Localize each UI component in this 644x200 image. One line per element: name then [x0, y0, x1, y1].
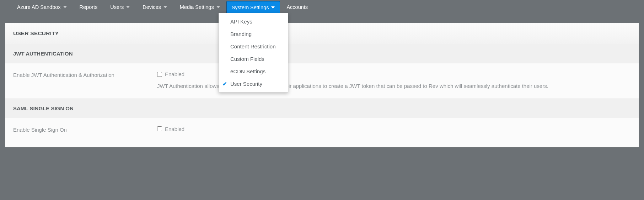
- nav-label: Azure AD Sandbox: [17, 4, 61, 10]
- caret-down-icon: [63, 6, 67, 8]
- dropdown-item-label: User Security: [230, 81, 262, 87]
- dropdown-item-ecdn-settings[interactable]: ✔ eCDN Settings: [219, 65, 288, 78]
- jwt-label: Enable JWT Authentication & Authorizatio…: [13, 71, 157, 78]
- nav-accounts[interactable]: Accounts: [280, 0, 314, 14]
- nav-users[interactable]: Users: [104, 0, 136, 14]
- nav-label: Accounts: [286, 4, 308, 10]
- page-title: USER SECURITY: [5, 23, 639, 44]
- dropdown-item-label: API Keys: [230, 19, 252, 25]
- caret-down-icon: [163, 6, 167, 8]
- nav-system-settings[interactable]: System Settings: [226, 1, 280, 14]
- nav-azure-ad-sandbox[interactable]: Azure AD Sandbox: [11, 0, 73, 14]
- nav-label: System Settings: [232, 5, 269, 10]
- dropdown-item-label: Content Restriction: [230, 43, 276, 49]
- jwt-checkbox-label: Enabled: [165, 71, 184, 77]
- nav-label: Users: [110, 4, 124, 10]
- nav-reports[interactable]: Reports: [73, 0, 104, 14]
- system-settings-dropdown: ✔ API Keys ✔ Branding ✔ Content Restrict…: [219, 13, 288, 93]
- nav-media-settings[interactable]: Media Settings: [173, 0, 226, 14]
- caret-down-icon: [271, 6, 275, 9]
- saml-label: Enable Single Sign On: [13, 126, 157, 133]
- dropdown-item-custom-fields[interactable]: ✔ Custom Fields: [219, 53, 288, 65]
- jwt-enabled-checkbox[interactable]: [157, 72, 162, 77]
- saml-enabled-checkbox[interactable]: [157, 126, 162, 131]
- caret-down-icon: [216, 6, 220, 8]
- dropdown-item-branding[interactable]: ✔ Branding: [219, 28, 288, 40]
- nav-label: Media Settings: [180, 4, 214, 10]
- dropdown-item-user-security[interactable]: ✔ User Security: [219, 78, 288, 90]
- nav-label: Devices: [143, 4, 161, 10]
- saml-section-body: Enable Single Sign On Enabled: [5, 118, 639, 147]
- page-body: USER SECURITY JWT AUTHENTICATION Enable …: [0, 14, 644, 147]
- top-nav: Azure AD Sandbox Reports Users Devices M…: [0, 0, 644, 14]
- nav-label: Reports: [80, 4, 98, 10]
- dropdown-item-label: eCDN Settings: [230, 68, 265, 74]
- jwt-section-body: Enable JWT Authentication & Authorizatio…: [5, 63, 639, 99]
- dropdown-item-api-keys[interactable]: ✔ API Keys: [219, 15, 288, 28]
- jwt-section-header: JWT AUTHENTICATION: [5, 44, 639, 63]
- saml-section-header: SAML SINGLE SIGN ON: [5, 99, 639, 118]
- nav-devices[interactable]: Devices: [136, 0, 173, 14]
- check-icon: ✔: [222, 81, 229, 87]
- dropdown-item-content-restriction[interactable]: ✔ Content Restriction: [219, 40, 288, 53]
- user-security-panel: USER SECURITY JWT AUTHENTICATION Enable …: [5, 23, 639, 147]
- dropdown-item-label: Custom Fields: [230, 56, 264, 62]
- saml-checkbox-label: Enabled: [165, 126, 184, 132]
- caret-down-icon: [126, 6, 130, 8]
- dropdown-item-label: Branding: [230, 31, 252, 37]
